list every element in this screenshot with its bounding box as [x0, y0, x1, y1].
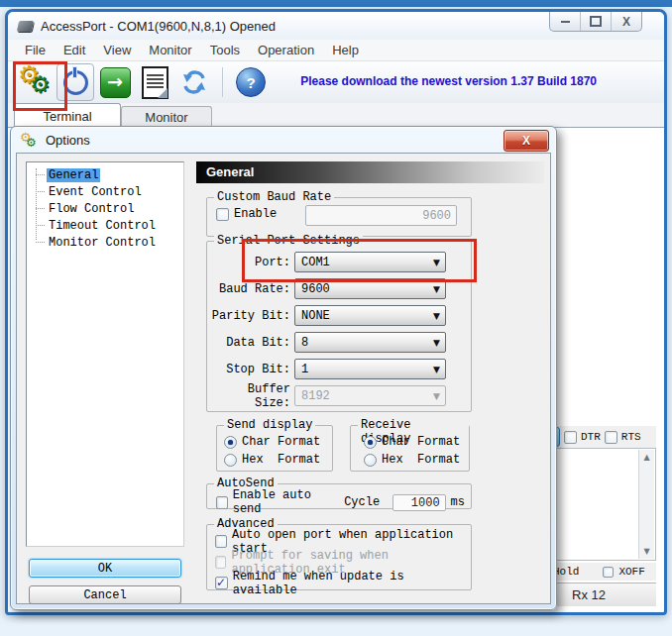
receive-hex-format-option[interactable]: Hex Format — [364, 451, 460, 469]
cycle-label: Cycle — [344, 495, 380, 509]
menu-item-file[interactable]: File — [16, 43, 55, 57]
menu-item-view[interactable]: View — [94, 43, 140, 57]
dropdown-arrow-icon: ▼ — [433, 365, 440, 374]
send-hex-format-option[interactable]: Hex Format — [224, 451, 320, 469]
ok-button[interactable]: OK — [29, 559, 181, 578]
maximize-button[interactable] — [581, 12, 612, 31]
minimize-icon — [561, 21, 570, 23]
tree-item-monitor-control[interactable]: Monitor Control — [33, 234, 183, 251]
app-icon — [17, 21, 34, 32]
window-title: AccessPort - COM1(9600,N,8,1) Opened — [41, 19, 276, 34]
sync-arrows-icon — [180, 66, 208, 98]
tree-item-flow-control[interactable]: Flow Control — [33, 200, 183, 217]
options-dialog: ⚙ ⚙ Options X General Event Control Flow… — [10, 126, 557, 610]
tree-item-timeout-control[interactable]: Timeout Control — [33, 217, 183, 234]
scroll-down-icon[interactable]: ▼ — [643, 544, 649, 559]
options-tree: General Event Control Flow Control Timeo… — [26, 161, 184, 547]
close-button[interactable]: X — [612, 12, 641, 31]
autosend-group: AutoSend Enable auto send Cycle 1000 ms — [206, 483, 472, 509]
buffer-size-label: Buffer Size: — [209, 382, 290, 410]
custom-baud-group-label: Custom Baud Rate — [214, 190, 334, 204]
dialog-titlebar: ⚙ ⚙ Options X — [16, 127, 551, 153]
help-button[interactable]: ? — [231, 63, 271, 101]
tab-monitor[interactable]: Monitor — [121, 106, 212, 128]
resize-grip[interactable] — [644, 594, 654, 604]
send-text-area[interactable]: ▲ ▼ — [551, 448, 656, 561]
annotation-box-toolbar — [13, 61, 67, 111]
toolbar-separator — [222, 67, 223, 97]
receive-char-format-option[interactable]: Char Format — [364, 433, 460, 451]
document-icon — [142, 66, 168, 99]
send-display-group: Send display Char Format Hex Format — [216, 425, 333, 472]
tab-bar: Terminal Monitor — [8, 103, 664, 128]
autosend-enable-label: Enable auto send — [233, 488, 333, 516]
maximize-icon — [590, 16, 602, 27]
data-bit-row: Data Bit: 8 ▼ — [209, 332, 453, 353]
dropdown-arrow-icon: ▼ — [433, 338, 440, 348]
rts-label: RTS — [621, 431, 641, 443]
tree-item-general[interactable]: General — [33, 166, 183, 183]
receive-display-group: Receive display Char Format Hex Format — [350, 425, 470, 472]
scroll-up-icon[interactable]: ▲ — [643, 450, 649, 465]
stop-bit-select[interactable]: 1 ▼ — [294, 359, 446, 379]
remind-update-option[interactable]: Remind me when update is available — [215, 573, 471, 593]
xoff-checkbox[interactable] — [603, 567, 614, 578]
cancel-button[interactable]: Cancel — [29, 585, 181, 604]
radio-selected-icon — [224, 436, 237, 449]
parity-bit-row: Parity Bit: NONE ▼ — [209, 305, 453, 326]
question-icon: ? — [236, 67, 266, 97]
parity-bit-select[interactable]: NONE ▼ — [294, 305, 446, 326]
dropdown-arrow-icon: ▼ — [433, 391, 440, 401]
dtr-checkbox[interactable] — [564, 431, 577, 444]
menu-item-tools[interactable]: Tools — [201, 43, 249, 57]
buffer-size-row: Buffer Size: 8192 ▼ — [209, 385, 453, 406]
advanced-group: Advanced Auto open port when application… — [206, 524, 472, 590]
toolbar: ⚙ ⚙ → ? — [8, 61, 664, 103]
custom-baud-enable-checkbox[interactable] — [216, 208, 229, 221]
parity-bit-label: Parity Bit: — [209, 309, 290, 323]
tree-item-event-control[interactable]: Event Control — [33, 183, 183, 200]
options-gears-icon: ⚙ ⚙ — [20, 131, 40, 149]
rx-counter: Rx 12 — [555, 587, 606, 602]
radio-selected-icon — [364, 436, 377, 449]
annotation-box-port — [242, 239, 477, 282]
autosend-enable-checkbox[interactable] — [216, 496, 228, 509]
titlebar: AccessPort - COM1(9600,N,8,1) Opened X — [8, 12, 664, 40]
dropdown-arrow-icon: ▼ — [433, 311, 440, 321]
custom-baud-input[interactable]: 9600 — [305, 205, 457, 226]
remind-update-checkbox[interactable] — [215, 577, 228, 589]
dialog-title: Options — [46, 133, 90, 148]
cycle-input[interactable]: 1000 — [392, 494, 445, 511]
close-icon: X — [622, 15, 630, 29]
menu-item-operation[interactable]: Operation — [249, 43, 323, 57]
stop-bit-row: Stop Bit: 1 ▼ — [209, 359, 453, 379]
xoff-label: XOFF — [618, 566, 644, 578]
status-bar: Rx 12 — [547, 583, 656, 606]
menu-bar: File Edit View Monitor Tools Operation H… — [8, 40, 664, 61]
cycle-unit-label: ms — [451, 495, 465, 509]
update-notice: Please download the newest version 1.37 … — [300, 74, 597, 88]
screen: AccessPort - COM1(9600,N,8,1) Opened X F… — [0, 0, 672, 636]
radio-icon — [224, 454, 237, 467]
arrow-right-icon: → — [100, 67, 131, 98]
dialog-close-button[interactable]: X — [504, 130, 549, 152]
menu-item-help[interactable]: Help — [323, 43, 368, 57]
scrollbar[interactable]: ▲ ▼ — [638, 450, 654, 559]
dialog-body: General Event Control Flow Control Timeo… — [16, 153, 551, 604]
minimize-button[interactable] — [550, 12, 581, 31]
signal-checkbox-row: DTR RTS — [547, 426, 656, 448]
log-button[interactable] — [135, 63, 174, 101]
rts-checkbox[interactable] — [605, 431, 617, 444]
dtr-label: DTR — [581, 431, 601, 443]
send-char-format-option[interactable]: Char Format — [224, 433, 320, 451]
send-button[interactable]: → — [95, 63, 135, 101]
sync-button[interactable] — [174, 63, 214, 101]
auto-open-port-checkbox[interactable] — [215, 535, 227, 548]
menu-item-monitor[interactable]: Monitor — [140, 43, 200, 57]
menu-item-edit[interactable]: Edit — [55, 43, 94, 57]
data-bit-select[interactable]: 8 ▼ — [294, 332, 446, 353]
dropdown-arrow-icon: ▼ — [433, 284, 440, 294]
custom-baud-enable-label: Enable — [234, 207, 277, 221]
custom-baud-group: Custom Baud Rate Enable 9600 — [206, 197, 472, 237]
send-display-group-label: Send display — [224, 418, 315, 432]
